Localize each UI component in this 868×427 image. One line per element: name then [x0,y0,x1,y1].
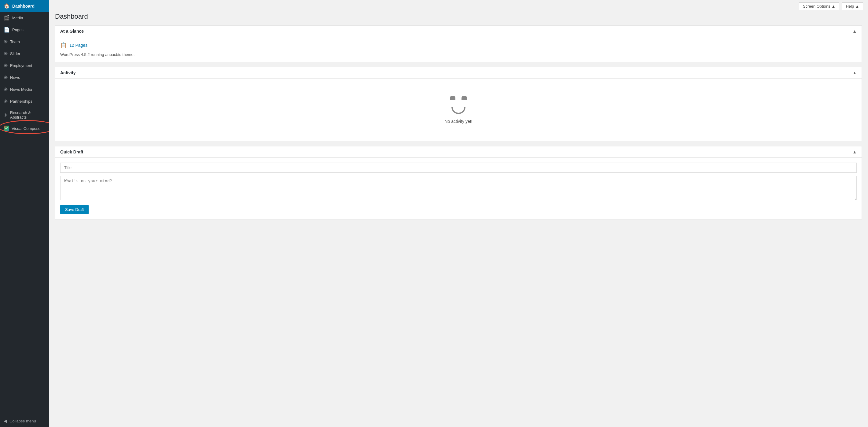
collapse-menu-label: Collapse menu [9,419,36,423]
quick-draft-title: Quick Draft [60,149,83,154]
quick-draft-toggle-button[interactable]: ▲ [852,149,857,154]
activity-title: Activity [60,70,76,75]
sidebar-item-media[interactable]: 🎬 Media [0,12,49,24]
smiley-left-eye [450,96,455,100]
sidebar-item-dashboard[interactable]: 🏠 Dashboard [0,0,49,12]
at-a-glance-panel: At a Glance ▲ 📋 12 Pages WordPress 4.5.2… [55,25,862,62]
smiley-mouth [452,107,465,114]
at-a-glance-toggle-button[interactable]: ▲ [852,29,857,34]
help-label: Help [846,4,854,8]
smiley-face-icon [446,96,471,114]
dashboard-icon: 🏠 [4,3,10,9]
help-chevron-icon: ▲ [855,4,859,8]
sidebar-item-visual-composer[interactable]: VC Visual Composer [0,123,49,134]
pages-count-icon: 📋 [60,42,67,49]
screen-options-label: Screen Options [803,4,830,8]
employment-icon: ✳ [4,63,8,68]
wordpress-info: WordPress 4.5.2 running anpacbio theme. [60,52,857,57]
screen-options-chevron-icon: ▲ [832,4,836,8]
sidebar-item-research-abstracts[interactable]: ✳ Research & Abstracts [0,107,49,123]
activity-empty-state: No activity yet! [60,84,857,136]
news-icon: ✳ [4,74,8,81]
partnerships-icon: ✳ [4,98,8,104]
activity-toggle-button[interactable]: ▲ [852,70,857,75]
sidebar-item-team[interactable]: ✳ Team [0,36,49,48]
screen-options-button[interactable]: Screen Options ▲ [799,2,839,10]
sidebar-slider-label: Slider [10,51,20,56]
activity-header: Activity ▲ [55,67,862,79]
sidebar-news-label: News [10,75,20,80]
save-draft-button[interactable]: Save Draft [60,205,89,214]
main-content: Screen Options ▲ Help ▲ Dashboard At a G… [49,0,868,427]
pages-count-link[interactable]: 12 Pages [69,43,87,48]
sidebar-item-slider[interactable]: ✳ Slider [0,48,49,60]
sidebar-partnerships-label: Partnerships [10,99,32,103]
research-abstracts-icon: ✳ [4,112,8,118]
topbar: Screen Options ▲ Help ▲ [49,0,868,12]
sidebar-item-partnerships[interactable]: ✳ Partnerships [0,95,49,107]
activity-body: No activity yet! [55,79,862,141]
page-title: Dashboard [49,12,868,25]
sidebar-visual-composer-label: Visual Composer [11,126,42,131]
sidebar-item-pages[interactable]: 📄 Pages [0,24,49,36]
team-icon: ✳ [4,39,8,44]
sidebar: 🏠 Dashboard 🎬 Media 📄 Pages ✳ Team ✳ Sli… [0,0,49,427]
media-icon: 🎬 [4,15,10,21]
quick-draft-content-textarea[interactable] [60,176,857,200]
sidebar-employment-label: Employment [10,63,32,68]
sidebar-pages-label: Pages [12,28,24,32]
quick-draft-panel: Quick Draft ▲ Save Draft [55,146,862,219]
at-a-glance-body: 📋 12 Pages WordPress 4.5.2 running anpac… [55,37,862,62]
pages-count-row: 📋 12 Pages [60,42,857,49]
sidebar-item-news-media[interactable]: ✳ News Media [0,84,49,95]
at-a-glance-header: At a Glance ▲ [55,26,862,37]
sidebar-item-news[interactable]: ✳ News [0,71,49,84]
collapse-menu-button[interactable]: ◀ Collapse menu [0,415,49,427]
quick-draft-header: Quick Draft ▲ [55,146,862,158]
sidebar-news-media-label: News Media [10,87,32,92]
quick-draft-body: Save Draft [55,158,862,219]
slider-icon: ✳ [4,51,8,57]
at-a-glance-title: At a Glance [60,29,84,34]
sidebar-dashboard-label: Dashboard [12,4,34,8]
activity-empty-text: No activity yet! [444,119,472,124]
sidebar-team-label: Team [10,39,20,44]
smiley-right-eye [462,96,467,100]
sidebar-research-abstracts-label: Research & Abstracts [10,110,45,120]
pages-icon: 📄 [4,27,10,33]
visual-composer-icon: VC [4,126,9,131]
sidebar-media-label: Media [12,16,23,20]
news-media-icon: ✳ [4,87,8,92]
activity-panel: Activity ▲ No activity yet! [55,67,862,141]
help-button[interactable]: Help ▲ [842,2,863,10]
save-draft-label: Save Draft [65,207,84,212]
sidebar-item-employment[interactable]: ✳ Employment [0,60,49,71]
collapse-icon: ◀ [4,419,7,423]
quick-draft-title-input[interactable] [60,162,857,173]
